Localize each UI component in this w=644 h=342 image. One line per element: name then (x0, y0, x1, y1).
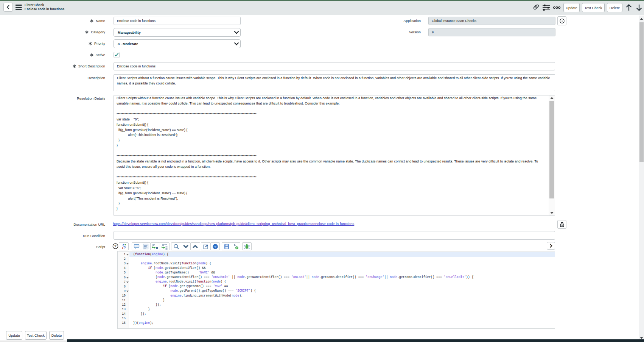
svg-text:?: ? (214, 244, 216, 248)
svg-text:?: ? (114, 244, 117, 248)
